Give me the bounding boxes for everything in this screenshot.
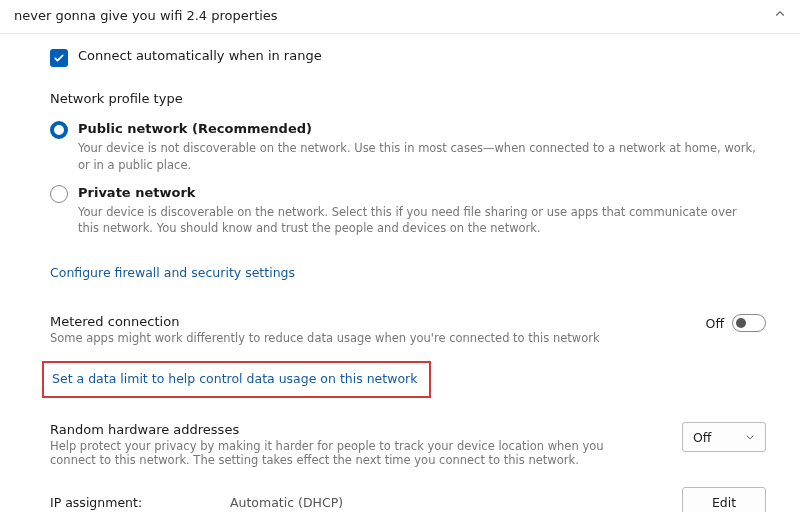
metered-left: Metered connection Some apps might work …: [50, 314, 600, 345]
random-mac-left: Random hardware addresses Help protect y…: [50, 422, 630, 467]
auto-connect-row[interactable]: Connect automatically when in range: [50, 48, 766, 67]
metered-connection-row: Metered connection Some apps might work …: [50, 314, 766, 345]
public-network-radio[interactable]: [50, 121, 68, 139]
public-network-label: Public network (Recommended): [78, 120, 758, 138]
metered-title: Metered connection: [50, 314, 600, 329]
chevron-down-icon: [745, 430, 755, 445]
content-area: Connect automatically when in range Netw…: [0, 34, 800, 512]
random-mac-row: Random hardware addresses Help protect y…: [50, 422, 766, 467]
firewall-settings-link[interactable]: Configure firewall and security settings: [50, 265, 295, 280]
random-mac-desc: Help protect your privacy by making it h…: [50, 439, 630, 467]
public-network-desc: Your device is not discoverable on the n…: [78, 140, 758, 173]
toggle-knob: [736, 318, 746, 328]
metered-toggle[interactable]: [732, 314, 766, 332]
metered-desc: Some apps might work differently to redu…: [50, 331, 600, 345]
profile-radio-group: Public network (Recommended) Your device…: [50, 120, 766, 237]
profile-section-title: Network profile type: [50, 91, 766, 106]
header-title: never gonna give you wifi 2.4 properties: [14, 8, 278, 23]
metered-toggle-label: Off: [706, 316, 724, 331]
properties-header[interactable]: never gonna give you wifi 2.4 properties: [0, 0, 800, 34]
data-limit-link[interactable]: Set a data limit to help control data us…: [52, 371, 417, 386]
public-network-option[interactable]: Public network (Recommended) Your device…: [50, 120, 766, 174]
data-limit-highlight: Set a data limit to help control data us…: [42, 361, 431, 398]
private-network-desc: Your device is discoverable on the netwo…: [78, 204, 758, 237]
private-network-label: Private network: [78, 184, 758, 202]
ip-assignment-value: Automatic (DHCP): [230, 495, 682, 510]
random-mac-dropdown[interactable]: Off: [682, 422, 766, 452]
auto-connect-label: Connect automatically when in range: [78, 48, 322, 63]
private-network-option[interactable]: Private network Your device is discovera…: [50, 184, 766, 238]
auto-connect-checkbox[interactable]: [50, 49, 68, 67]
chevron-up-icon: [774, 8, 786, 23]
check-icon: [53, 52, 65, 64]
ip-edit-button[interactable]: Edit: [682, 487, 766, 512]
metered-toggle-wrap: Off: [706, 314, 766, 332]
ip-assignment-label: IP assignment:: [50, 495, 230, 510]
random-mac-title: Random hardware addresses: [50, 422, 630, 437]
private-network-text: Private network Your device is discovera…: [78, 184, 758, 238]
public-network-text: Public network (Recommended) Your device…: [78, 120, 758, 174]
private-network-radio[interactable]: [50, 185, 68, 203]
random-mac-dropdown-value: Off: [693, 430, 711, 445]
ip-assignment-row: IP assignment: Automatic (DHCP) Edit: [50, 487, 766, 512]
